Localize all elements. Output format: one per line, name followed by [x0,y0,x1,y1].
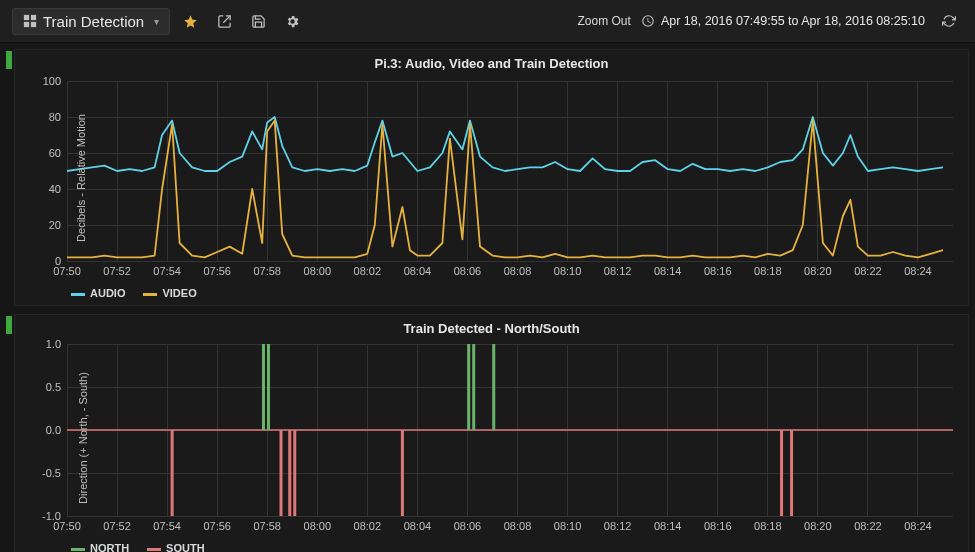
svg-text:07:56: 07:56 [203,265,231,277]
svg-text:80: 80 [49,111,61,123]
time-range-label: Apr 18, 2016 07:49:55 to Apr 18, 2016 08… [661,14,925,28]
y-axis-label: Direction (+ North, - South) [77,372,89,504]
legend-item-north[interactable]: NORTH [71,542,129,552]
svg-text:07:50: 07:50 [53,265,81,277]
svg-text:08:14: 08:14 [654,265,682,277]
svg-rect-99 [262,344,265,430]
refresh-button[interactable] [935,7,963,35]
svg-text:08:02: 08:02 [354,520,382,532]
svg-text:07:54: 07:54 [153,265,181,277]
svg-text:08:18: 08:18 [754,520,782,532]
legend-swatch-video [143,293,157,296]
save-button[interactable] [244,7,272,35]
svg-text:08:04: 08:04 [404,520,432,532]
legend-item-audio[interactable]: AUDIO [71,287,125,299]
svg-text:08:10: 08:10 [554,520,582,532]
svg-rect-1 [31,15,36,20]
svg-text:20: 20 [49,219,61,231]
star-button[interactable] [176,7,204,35]
svg-rect-3 [31,22,36,27]
svg-text:1.0: 1.0 [46,338,61,350]
legend-2: NORTH SOUTH [15,538,968,552]
svg-rect-108 [401,430,404,516]
svg-rect-106 [288,430,291,516]
svg-text:08:12: 08:12 [604,520,632,532]
zoom-out-button[interactable]: Zoom Out [578,14,631,28]
svg-rect-101 [467,344,470,430]
svg-text:08:06: 08:06 [454,520,482,532]
legend-swatch-audio [71,293,85,296]
chart-2-wrap: Direction (+ North, - South) -1.0-0.50.0… [15,338,968,538]
svg-text:-0.5: -0.5 [42,467,61,479]
svg-text:08:16: 08:16 [704,265,732,277]
row-handle[interactable] [6,51,12,69]
svg-text:07:56: 07:56 [203,520,231,532]
share-button[interactable] [210,7,238,35]
svg-text:07:58: 07:58 [253,265,281,277]
svg-rect-102 [472,344,475,430]
row-handle[interactable] [6,316,12,334]
svg-text:07:58: 07:58 [253,520,281,532]
panel-title: Pi.3: Audio, Video and Train Detection [15,50,968,73]
svg-text:08:08: 08:08 [504,520,532,532]
svg-rect-100 [267,344,270,430]
settings-button[interactable] [278,7,306,35]
svg-text:08:22: 08:22 [854,265,882,277]
svg-text:07:50: 07:50 [53,520,81,532]
top-toolbar: Train Detection ▾ Zoom Out Apr 18, 2016 … [0,0,975,43]
svg-text:08:00: 08:00 [304,520,332,532]
svg-rect-107 [293,430,296,516]
dashboard-picker[interactable]: Train Detection ▾ [12,8,170,35]
top-toolbar-right: Zoom Out Apr 18, 2016 07:49:55 to Apr 18… [578,7,963,35]
svg-text:07:52: 07:52 [103,265,131,277]
svg-text:08:18: 08:18 [754,265,782,277]
clock-icon [641,14,655,28]
top-toolbar-left: Train Detection ▾ [12,7,306,35]
svg-rect-109 [780,430,783,516]
svg-text:100: 100 [43,75,61,87]
svg-text:08:22: 08:22 [854,520,882,532]
legend-1: AUDIO VIDEO [15,283,968,305]
dashboard-name: Train Detection [43,13,144,30]
svg-text:0.5: 0.5 [46,381,61,393]
svg-text:40: 40 [49,183,61,195]
y-axis-label: Decibels - Relative Motion [75,114,87,242]
dashboard-grid-icon [23,14,37,28]
panel-title: Train Detected - North/South [15,315,968,338]
svg-rect-0 [24,15,29,20]
svg-rect-103 [492,344,495,430]
legend-item-video[interactable]: VIDEO [143,287,196,299]
svg-rect-105 [279,430,282,516]
chart-1-wrap: Decibels - Relative Motion 0204060801000… [15,73,968,283]
chart-north-south[interactable]: -1.0-0.50.00.51.007:5007:5207:5407:5607:… [15,338,963,538]
svg-text:60: 60 [49,147,61,159]
svg-text:08:06: 08:06 [454,265,482,277]
svg-text:08:10: 08:10 [554,265,582,277]
svg-text:08:00: 08:00 [304,265,332,277]
svg-text:08:20: 08:20 [804,520,832,532]
legend-item-south[interactable]: SOUTH [147,542,205,552]
svg-text:08:16: 08:16 [704,520,732,532]
svg-rect-2 [24,22,29,27]
svg-text:0.0: 0.0 [46,424,61,436]
svg-text:08:24: 08:24 [904,265,932,277]
svg-rect-110 [790,430,793,516]
svg-text:08:14: 08:14 [654,520,682,532]
panel-north-south[interactable]: Train Detected - North/South Direction (… [14,314,969,552]
svg-text:08:04: 08:04 [404,265,432,277]
legend-swatch-north [71,548,85,551]
panel-audio-video[interactable]: Pi.3: Audio, Video and Train Detection D… [14,49,969,306]
dashboard-panels: Pi.3: Audio, Video and Train Detection D… [0,43,975,552]
svg-text:08:02: 08:02 [354,265,382,277]
svg-text:08:24: 08:24 [904,520,932,532]
legend-swatch-south [147,548,161,551]
svg-rect-104 [171,430,174,516]
chevron-down-icon: ▾ [154,16,159,27]
panel-row-2: Train Detected - North/South Direction (… [6,314,969,552]
chart-audio-video[interactable]: 02040608010007:5007:5207:5407:5607:5808:… [15,73,963,283]
svg-text:08:08: 08:08 [504,265,532,277]
panel-row-1: Pi.3: Audio, Video and Train Detection D… [6,49,969,306]
time-range-picker[interactable]: Apr 18, 2016 07:49:55 to Apr 18, 2016 08… [641,14,925,28]
svg-text:07:54: 07:54 [153,520,181,532]
svg-text:07:52: 07:52 [103,520,131,532]
